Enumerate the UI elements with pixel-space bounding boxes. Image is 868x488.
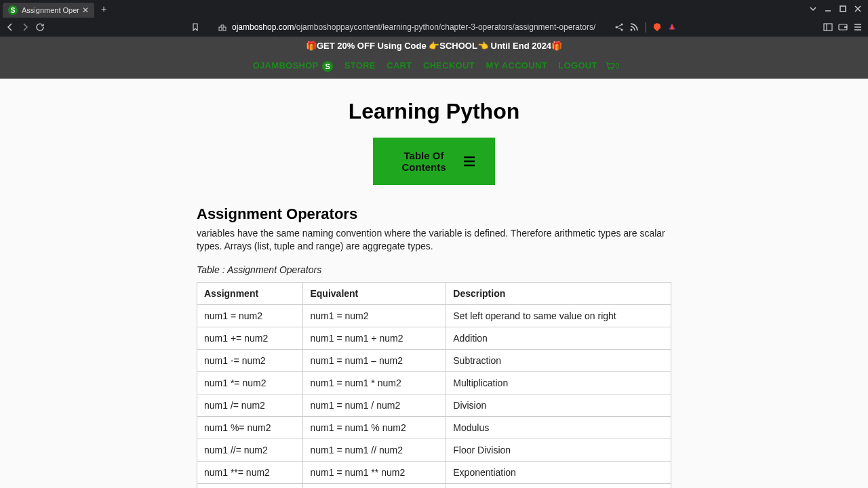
chevron-down-icon[interactable] bbox=[810, 5, 816, 12]
wallet-icon[interactable] bbox=[838, 22, 848, 32]
site-info-icon[interactable] bbox=[218, 23, 226, 31]
separator: | bbox=[644, 21, 647, 33]
svg-rect-1 bbox=[219, 27, 222, 30]
svg-rect-7 bbox=[824, 24, 832, 30]
brave-rewards-icon[interactable] bbox=[667, 22, 677, 32]
reload-button[interactable] bbox=[35, 22, 45, 32]
address-bar[interactable]: ojamboshop.com/ojamboshoppaycontent/lear… bbox=[232, 22, 609, 32]
svg-rect-0 bbox=[840, 6, 846, 12]
url-path: /ojamboshoppaycontent/learning-python/ch… bbox=[294, 22, 595, 32]
window-titlebar: S Assignment Operators - Oj ✕ + bbox=[0, 0, 868, 18]
sidebar-icon[interactable] bbox=[823, 22, 833, 32]
tab-close-icon[interactable]: ✕ bbox=[82, 5, 89, 15]
rss-icon[interactable] bbox=[629, 22, 639, 32]
back-button[interactable] bbox=[5, 22, 15, 32]
share-icon[interactable] bbox=[614, 22, 624, 32]
minimize-icon[interactable] bbox=[825, 5, 831, 12]
url-domain: ojamboshop.com bbox=[232, 22, 294, 32]
tab-title: Assignment Operators - Oj bbox=[22, 6, 79, 14]
svg-rect-10 bbox=[844, 26, 847, 28]
new-tab-button[interactable]: + bbox=[101, 3, 106, 14]
menu-icon[interactable] bbox=[853, 22, 863, 32]
svg-rect-2 bbox=[223, 27, 226, 30]
browser-toolbar: ojamboshop.com/ojamboshoppaycontent/lear… bbox=[0, 18, 868, 37]
svg-point-6 bbox=[630, 29, 632, 31]
brave-shields-icon[interactable] bbox=[652, 22, 662, 32]
browser-tab[interactable]: S Assignment Operators - Oj ✕ bbox=[3, 3, 94, 18]
close-window-icon[interactable] bbox=[854, 5, 861, 12]
forward-button[interactable] bbox=[20, 22, 30, 32]
bookmark-icon[interactable] bbox=[191, 23, 199, 31]
maximize-icon[interactable] bbox=[840, 5, 846, 12]
tab-favicon-icon: S bbox=[8, 5, 18, 15]
